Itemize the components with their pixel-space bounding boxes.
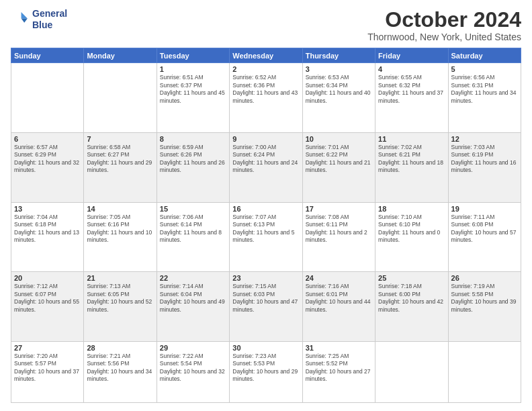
calendar-cell: 3 Sunrise: 6:53 AMSunset: 6:34 PMDayligh… [302, 63, 375, 133]
day-detail: Sunrise: 7:00 AMSunset: 6:24 PMDaylight:… [232, 144, 298, 173]
calendar-header-row: SundayMondayTuesdayWednesdayThursdayFrid… [11, 48, 521, 63]
day-detail: Sunrise: 6:51 AMSunset: 6:37 PMDaylight:… [160, 74, 225, 103]
logo-line2: Blue [32, 19, 67, 31]
day-number: 30 [232, 344, 299, 352]
day-number: 20 [14, 274, 81, 282]
logo-text: General Blue [32, 8, 67, 31]
day-detail: Sunrise: 7:21 AMSunset: 5:56 PMDaylight:… [87, 353, 152, 382]
calendar-cell: 25 Sunrise: 7:18 AMSunset: 6:00 PMDaylig… [375, 272, 448, 342]
calendar-cell: 12 Sunrise: 7:03 AMSunset: 6:19 PMDaylig… [448, 132, 521, 202]
calendar-cell: 24 Sunrise: 7:16 AMSunset: 6:01 PMDaylig… [302, 272, 375, 342]
day-number: 28 [87, 344, 153, 352]
calendar-cell: 29 Sunrise: 7:22 AMSunset: 5:54 PMDaylig… [157, 341, 229, 402]
page: General Blue October 2024 Thornwood, New… [0, 0, 532, 411]
calendar-cell: 22 Sunrise: 7:14 AMSunset: 6:04 PMDaylig… [157, 272, 229, 342]
calendar-cell: 11 Sunrise: 7:02 AMSunset: 6:21 PMDaylig… [375, 132, 448, 202]
day-detail: Sunrise: 7:23 AMSunset: 5:53 PMDaylight:… [232, 353, 298, 382]
weekday-header-sunday: Sunday [11, 48, 84, 63]
calendar-week-row: 13 Sunrise: 7:04 AMSunset: 6:18 PMDaylig… [11, 202, 521, 272]
calendar-cell: 31 Sunrise: 7:25 AMSunset: 5:52 PMDaylig… [302, 341, 375, 402]
day-detail: Sunrise: 7:22 AMSunset: 5:54 PMDaylight:… [160, 353, 225, 382]
month-title: October 2024 [367, 8, 521, 32]
day-number: 16 [232, 205, 299, 213]
calendar-cell: 13 Sunrise: 7:04 AMSunset: 6:18 PMDaylig… [11, 202, 84, 272]
day-detail: Sunrise: 7:19 AMSunset: 5:58 PMDaylight:… [451, 283, 517, 312]
day-number: 29 [160, 344, 226, 352]
calendar-cell: 28 Sunrise: 7:21 AMSunset: 5:56 PMDaylig… [84, 341, 157, 402]
day-number: 8 [160, 135, 226, 143]
calendar-cell: 20 Sunrise: 7:12 AMSunset: 6:07 PMDaylig… [11, 272, 84, 342]
calendar-cell [11, 63, 84, 133]
calendar-cell: 6 Sunrise: 6:57 AMSunset: 6:29 PMDayligh… [11, 132, 84, 202]
day-detail: Sunrise: 7:25 AMSunset: 5:52 PMDaylight:… [306, 353, 371, 382]
day-number: 5 [451, 65, 518, 73]
day-number: 14 [87, 205, 153, 213]
weekday-header-wednesday: Wednesday [230, 48, 302, 63]
day-detail: Sunrise: 7:06 AMSunset: 6:14 PMDaylight:… [160, 214, 222, 243]
weekday-header-saturday: Saturday [448, 48, 521, 63]
day-detail: Sunrise: 7:05 AMSunset: 6:16 PMDaylight:… [87, 214, 152, 243]
day-detail: Sunrise: 7:20 AMSunset: 5:57 PMDaylight:… [14, 353, 79, 382]
day-number: 26 [451, 274, 518, 282]
day-number: 2 [232, 65, 299, 73]
calendar-week-row: 27 Sunrise: 7:20 AMSunset: 5:57 PMDaylig… [11, 341, 521, 402]
calendar-week-row: 1 Sunrise: 6:51 AMSunset: 6:37 PMDayligh… [11, 63, 521, 133]
calendar-cell: 14 Sunrise: 7:05 AMSunset: 6:16 PMDaylig… [84, 202, 157, 272]
day-detail: Sunrise: 7:04 AMSunset: 6:18 PMDaylight:… [14, 214, 79, 243]
day-number: 3 [306, 65, 372, 73]
weekday-header-tuesday: Tuesday [157, 48, 229, 63]
day-detail: Sunrise: 7:01 AMSunset: 6:22 PMDaylight:… [306, 144, 371, 173]
day-detail: Sunrise: 6:57 AMSunset: 6:29 PMDaylight:… [14, 144, 79, 173]
calendar-cell: 1 Sunrise: 6:51 AMSunset: 6:37 PMDayligh… [157, 63, 229, 133]
day-detail: Sunrise: 7:10 AMSunset: 6:10 PMDaylight:… [378, 214, 440, 243]
day-number: 19 [451, 205, 518, 213]
calendar-week-row: 20 Sunrise: 7:12 AMSunset: 6:07 PMDaylig… [11, 272, 521, 342]
calendar-cell: 18 Sunrise: 7:10 AMSunset: 6:10 PMDaylig… [375, 202, 448, 272]
day-number: 12 [451, 135, 518, 143]
calendar-cell [375, 341, 448, 402]
day-number: 6 [14, 135, 81, 143]
calendar-cell: 9 Sunrise: 7:00 AMSunset: 6:24 PMDayligh… [230, 132, 302, 202]
weekday-header-friday: Friday [375, 48, 448, 63]
calendar-cell: 2 Sunrise: 6:52 AMSunset: 6:36 PMDayligh… [230, 63, 302, 133]
header: General Blue October 2024 Thornwood, New… [11, 8, 521, 42]
calendar-cell: 10 Sunrise: 7:01 AMSunset: 6:22 PMDaylig… [302, 132, 375, 202]
day-detail: Sunrise: 7:16 AMSunset: 6:01 PMDaylight:… [306, 283, 371, 312]
day-detail: Sunrise: 7:12 AMSunset: 6:07 PMDaylight:… [14, 283, 79, 312]
calendar-cell: 27 Sunrise: 7:20 AMSunset: 5:57 PMDaylig… [11, 341, 84, 402]
day-number: 1 [160, 65, 226, 73]
day-number: 17 [306, 205, 372, 213]
calendar-cell [84, 63, 157, 133]
day-number: 9 [232, 135, 299, 143]
day-detail: Sunrise: 7:03 AMSunset: 6:19 PMDaylight:… [451, 144, 517, 173]
day-number: 31 [306, 344, 372, 352]
calendar-cell: 15 Sunrise: 7:06 AMSunset: 6:14 PMDaylig… [157, 202, 229, 272]
day-number: 7 [87, 135, 153, 143]
calendar-cell: 26 Sunrise: 7:19 AMSunset: 5:58 PMDaylig… [448, 272, 521, 342]
day-number: 4 [378, 65, 445, 73]
calendar-cell: 8 Sunrise: 6:59 AMSunset: 6:26 PMDayligh… [157, 132, 229, 202]
day-number: 25 [378, 274, 445, 282]
calendar-cell: 5 Sunrise: 6:56 AMSunset: 6:31 PMDayligh… [448, 63, 521, 133]
calendar-cell: 23 Sunrise: 7:15 AMSunset: 6:03 PMDaylig… [230, 272, 302, 342]
day-detail: Sunrise: 7:11 AMSunset: 6:08 PMDaylight:… [451, 214, 517, 243]
day-number: 22 [160, 274, 226, 282]
calendar-table: SundayMondayTuesdayWednesdayThursdayFrid… [11, 48, 521, 403]
logo: General Blue [11, 8, 67, 31]
day-number: 10 [306, 135, 372, 143]
day-number: 15 [160, 205, 226, 213]
day-detail: Sunrise: 7:18 AMSunset: 6:00 PMDaylight:… [378, 283, 443, 312]
day-detail: Sunrise: 7:08 AMSunset: 6:11 PMDaylight:… [306, 214, 367, 243]
calendar-cell: 4 Sunrise: 6:55 AMSunset: 6:32 PMDayligh… [375, 63, 448, 133]
calendar-cell: 21 Sunrise: 7:13 AMSunset: 6:05 PMDaylig… [84, 272, 157, 342]
calendar-cell: 17 Sunrise: 7:08 AMSunset: 6:11 PMDaylig… [302, 202, 375, 272]
day-number: 27 [14, 344, 81, 352]
day-number: 18 [378, 205, 445, 213]
day-detail: Sunrise: 6:58 AMSunset: 6:27 PMDaylight:… [87, 144, 152, 173]
day-number: 13 [14, 205, 81, 213]
calendar-cell: 30 Sunrise: 7:23 AMSunset: 5:53 PMDaylig… [230, 341, 302, 402]
day-detail: Sunrise: 7:02 AMSunset: 6:21 PMDaylight:… [378, 144, 443, 173]
day-number: 24 [306, 274, 372, 282]
calendar-cell: 16 Sunrise: 7:07 AMSunset: 6:13 PMDaylig… [230, 202, 302, 272]
day-number: 11 [378, 135, 445, 143]
